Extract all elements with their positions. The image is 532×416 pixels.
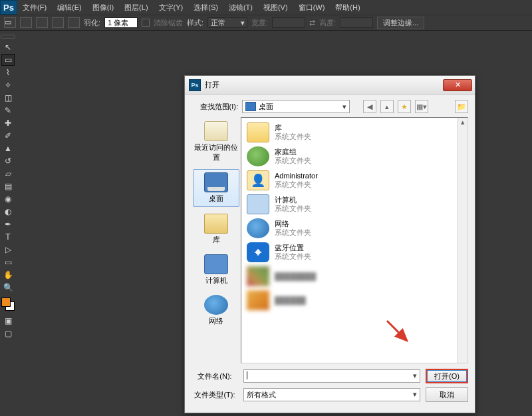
- feather-input[interactable]: [104, 17, 138, 28]
- recent-icon: [204, 121, 228, 141]
- filename-label: 文件名(N):: [192, 371, 238, 381]
- open-button[interactable]: 打开(O): [426, 369, 468, 383]
- list-item[interactable]: 库系统文件夹: [244, 120, 465, 144]
- history-brush-icon[interactable]: ↺: [1, 155, 15, 167]
- path-tool-icon[interactable]: ▷: [1, 244, 15, 256]
- heal-tool-icon[interactable]: ✚: [1, 117, 15, 129]
- blurred-thumb-icon: [247, 266, 269, 286]
- folder-icon: [247, 122, 269, 142]
- feather-label: 羽化:: [84, 18, 100, 28]
- homegroup-icon: [247, 146, 269, 166]
- edit-mode-icon[interactable]: ▣: [1, 315, 15, 327]
- sel-intersect-icon[interactable]: [68, 17, 80, 28]
- blur-tool-icon[interactable]: ◉: [1, 193, 15, 205]
- desktop-mini-icon: [245, 102, 256, 111]
- menu-image[interactable]: 图像(I): [87, 1, 119, 15]
- desktop-icon: [204, 172, 228, 192]
- zoom-tool-icon[interactable]: 🔍: [1, 282, 15, 294]
- favorites-button[interactable]: ★: [398, 100, 411, 113]
- up-button[interactable]: ▴: [380, 100, 394, 113]
- marquee-tool-icon[interactable]: ▭: [4, 17, 16, 28]
- list-item[interactable]: 👤Administrator系统文件夹: [244, 168, 465, 192]
- computer-icon: [204, 254, 228, 274]
- dialog-ps-icon: Ps: [189, 79, 201, 91]
- pen-tool-icon[interactable]: ✒: [1, 218, 15, 230]
- place-desktop[interactable]: 桌面: [193, 169, 239, 207]
- ps-logo-icon: Ps: [0, 0, 17, 15]
- refine-edge-button[interactable]: 调整边缘...: [377, 17, 424, 29]
- shape-tool-icon[interactable]: ▭: [1, 256, 15, 268]
- place-library[interactable]: 库: [193, 211, 239, 248]
- stamp-tool-icon[interactable]: ▲: [1, 142, 15, 154]
- library-icon: [204, 214, 228, 234]
- menu-window[interactable]: 窗口(W): [293, 1, 331, 15]
- list-item[interactable]: 计算机系统文件夹: [244, 192, 465, 216]
- lookin-dropdown[interactable]: 桌面: [242, 100, 350, 113]
- network-icon: [204, 295, 228, 315]
- cancel-button[interactable]: 取消: [426, 387, 468, 402]
- menu-view[interactable]: 视图(V): [258, 1, 293, 15]
- menu-text[interactable]: 文字(Y): [154, 1, 189, 15]
- list-item[interactable]: ██████: [244, 288, 465, 312]
- close-button[interactable]: ✕: [443, 79, 472, 91]
- eraser-tool-icon[interactable]: ▱: [1, 168, 15, 180]
- filetype-label: 文件类型(T):: [192, 390, 238, 400]
- place-computer[interactable]: 计算机: [193, 252, 239, 288]
- list-item[interactable]: ████████: [244, 264, 465, 288]
- back-button[interactable]: ◀: [363, 100, 376, 113]
- sel-sub-icon[interactable]: [52, 17, 64, 28]
- menu-filter[interactable]: 滤镜(T): [223, 1, 258, 15]
- dialog-title: 打开: [205, 80, 219, 90]
- new-folder-button[interactable]: 📁: [455, 100, 468, 113]
- places-bar: 最近访问的位置 桌面 库 计算机 网络: [192, 117, 241, 363]
- move-tool-icon[interactable]: ↖: [1, 41, 15, 53]
- crop-tool-icon[interactable]: ◫: [1, 92, 15, 104]
- color-swatches[interactable]: [1, 298, 15, 311]
- user-folder-icon: 👤: [247, 170, 269, 190]
- toolbox-handle[interactable]: [1, 35, 15, 39]
- style-dropdown[interactable]: 正常▾: [207, 17, 247, 28]
- eyedropper-tool-icon[interactable]: ✎: [1, 104, 15, 116]
- scrollbar[interactable]: ▴: [457, 118, 467, 363]
- width-label: 宽度:: [251, 18, 268, 28]
- sel-add-icon[interactable]: [36, 17, 48, 28]
- network-item-icon: [247, 218, 269, 238]
- hand-tool-icon[interactable]: ✋: [1, 269, 15, 281]
- height-label: 高度:: [319, 18, 336, 28]
- fg-swatch[interactable]: [1, 298, 11, 307]
- width-input: [272, 17, 305, 28]
- lookin-label: 查找范围(I):: [192, 102, 238, 112]
- bluetooth-icon: ⌖: [247, 242, 269, 262]
- antialias-checkbox[interactable]: [142, 19, 150, 27]
- brush-tool-icon[interactable]: ✐: [1, 130, 15, 142]
- filetype-dropdown[interactable]: 所有格式: [243, 388, 420, 401]
- filename-input[interactable]: [243, 369, 420, 383]
- options-bar: ▭ 羽化: 消除锯齿 样式: 正常▾ 宽度: ⇄ 高度: 调整边缘...: [0, 15, 532, 31]
- list-item[interactable]: ⌖蓝牙位置系统文件夹: [244, 240, 465, 264]
- scroll-up-icon[interactable]: ▴: [458, 118, 467, 128]
- height-input: [340, 17, 373, 28]
- blurred-thumb-icon: [247, 290, 269, 310]
- dodge-tool-icon[interactable]: ◐: [1, 206, 15, 218]
- screenmode-icon[interactable]: ▢: [1, 327, 15, 339]
- wand-tool-icon[interactable]: ✧: [1, 79, 15, 91]
- menu-select[interactable]: 选择(S): [188, 1, 223, 15]
- marquee-tool-icon[interactable]: ▭: [1, 54, 15, 66]
- menu-help[interactable]: 帮助(H): [330, 1, 365, 15]
- menu-layer[interactable]: 图层(L): [119, 1, 153, 15]
- menu-file[interactable]: 文件(F): [17, 1, 52, 15]
- place-recent[interactable]: 最近访问的位置: [193, 118, 239, 165]
- menubar: Ps 文件(F) 编辑(E) 图像(I) 图层(L) 文字(Y) 选择(S) 滤…: [0, 0, 532, 15]
- list-item[interactable]: 网络系统文件夹: [244, 216, 465, 240]
- dialog-titlebar[interactable]: Ps 打开 ✕: [185, 76, 475, 95]
- menu-edit[interactable]: 编辑(E): [52, 1, 87, 15]
- list-item[interactable]: 家庭组系统文件夹: [244, 144, 465, 168]
- gradient-tool-icon[interactable]: ▤: [1, 180, 15, 192]
- file-list[interactable]: 库系统文件夹 家庭组系统文件夹 👤Administrator系统文件夹 计算机系…: [241, 117, 468, 363]
- place-network[interactable]: 网络: [193, 292, 239, 329]
- views-button[interactable]: ▦▾: [415, 100, 428, 113]
- type-tool-icon[interactable]: T: [1, 231, 15, 243]
- lasso-tool-icon[interactable]: ⌇: [1, 67, 15, 79]
- sel-new-icon[interactable]: [20, 17, 32, 28]
- open-dialog: Ps 打开 ✕ 查找范围(I): 桌面 ◀ ▴ ★ ▦▾ 📁 最近访问的位置 桌…: [184, 75, 475, 413]
